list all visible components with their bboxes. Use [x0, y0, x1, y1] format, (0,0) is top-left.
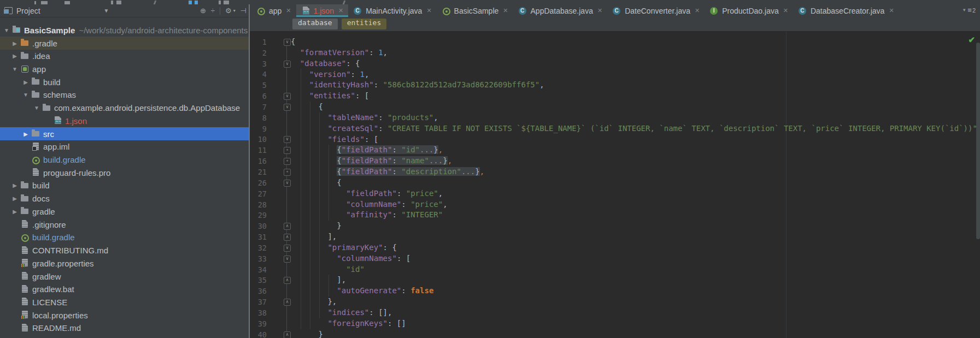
tab-productdao-java[interactable]: IProductDao.java✕	[705, 4, 793, 17]
chevron-collapsed-icon[interactable]: ▶	[20, 79, 31, 85]
tree-item-gradle[interactable]: ▶gradle	[0, 205, 249, 218]
collapse-all-icon[interactable]: ÷	[211, 7, 215, 15]
close-icon[interactable]: ✕	[597, 7, 602, 14]
fold-start-icon[interactable]: ∨	[284, 39, 291, 46]
line-number: 36	[250, 287, 267, 295]
tree-item-gradle-properties[interactable]: gradle.properties	[0, 257, 249, 270]
tree-item-build-gradle[interactable]: build.gradle	[0, 153, 249, 167]
chevron-collapsed-icon[interactable]: ▶	[9, 53, 20, 59]
chevron-collapsed-icon[interactable]: ▶	[9, 40, 20, 46]
hidden-tabs-button[interactable]: ▼ ≡ 2	[962, 6, 976, 14]
project-panel-header[interactable]: Project ▼ ⊕÷⚙▾⊣	[0, 4, 249, 17]
top-toolbar-fragment	[0, 0, 980, 4]
tree-item-proguard-rules-pro[interactable]: proguard-rules.pro	[0, 166, 249, 179]
tree-item-app-iml[interactable]: app.iml	[0, 140, 249, 153]
chevron-expanded-icon[interactable]: ▼	[31, 105, 42, 111]
fold-end-icon[interactable]: ∧	[284, 277, 291, 284]
tree-item-local-properties[interactable]: local.properties	[0, 309, 249, 322]
code-text: {	[291, 177, 980, 188]
fold-plus-icon[interactable]: +	[284, 158, 291, 165]
close-icon[interactable]: ✕	[426, 7, 431, 14]
chevron-collapsed-icon[interactable]: ▶	[9, 182, 20, 188]
chevron-expanded-icon[interactable]: ▼	[1, 27, 12, 33]
chevron-collapsed-icon[interactable]: ▶	[20, 131, 31, 137]
code-text: "database": {	[291, 58, 980, 69]
props-icon	[20, 311, 31, 319]
tree-item-label: docs	[32, 194, 50, 203]
line-number: 10	[250, 135, 267, 144]
close-icon[interactable]: ✕	[783, 7, 788, 14]
code-text: "formatVersion": 1,	[291, 48, 980, 58]
code-line: 27 "fieldPath": "price",	[250, 188, 980, 199]
fold-start-icon[interactable]: ∨	[284, 136, 291, 143]
line-number: 40	[250, 330, 267, 338]
close-icon[interactable]: ✕	[338, 7, 343, 14]
tree-item-build-gradle[interactable]: build.gradle	[0, 231, 249, 244]
tree-item--gradle[interactable]: ▶.gradle	[0, 37, 249, 50]
tab-mainactivity-java[interactable]: CMainActivity.java✕	[348, 4, 436, 17]
tree-item-app[interactable]: ▼app	[0, 63, 249, 76]
close-icon[interactable]: ✕	[503, 7, 508, 14]
close-icon[interactable]: ✕	[286, 7, 291, 14]
chevron-expanded-icon[interactable]: ▼	[9, 66, 20, 72]
tree-item-gradlew-bat[interactable]: gradlew.bat	[0, 283, 249, 296]
fold-plus-icon[interactable]: +	[284, 169, 291, 176]
fold-end-icon[interactable]: ∧	[284, 299, 291, 306]
close-icon[interactable]: ✕	[695, 7, 700, 14]
chevron-collapsed-icon[interactable]: ▶	[9, 195, 20, 201]
tree-item-build[interactable]: ▶build	[0, 179, 249, 192]
project-view-dropdown-icon[interactable]: ▼	[104, 8, 109, 14]
panel-splitter[interactable]	[249, 4, 250, 338]
chevron-collapsed-icon[interactable]: ▶	[9, 209, 20, 215]
tree-item-label: gradlew.bat	[32, 284, 74, 294]
project-tool-window-icon	[4, 7, 13, 14]
tree-item-1-json[interactable]: 1.json	[0, 115, 249, 128]
fold-start-icon[interactable]: ∨	[284, 93, 291, 100]
tree-item-build[interactable]: ▶build	[0, 75, 249, 88]
fold-end-icon[interactable]: ∧	[284, 234, 291, 241]
tree-item--gitignore[interactable]: .gitignore	[0, 218, 249, 231]
line-number: 7	[250, 103, 267, 111]
chevron-expanded-icon[interactable]: ▼	[20, 92, 31, 98]
locate-file-icon[interactable]: ⊕	[200, 7, 206, 15]
tree-item-settings-gradle[interactable]: settings.gradle	[0, 335, 249, 338]
tree-item-readme-md[interactable]: README.md	[0, 322, 249, 335]
tab-app[interactable]: app✕	[251, 4, 296, 17]
editor-scrollbar[interactable]	[976, 43, 980, 239]
tree-item-schemas[interactable]: ▼schemas	[0, 88, 249, 102]
breadcrumb-database[interactable]: database	[292, 19, 338, 29]
fold-start-icon[interactable]: ∨	[284, 61, 291, 68]
code-line: 34 "id"	[250, 264, 980, 275]
gradle-icon	[20, 233, 31, 242]
tree-item-com-example-android-persistence-db-appdatabase[interactable]: ▼com.example.android.persistence.db.AppD…	[0, 102, 249, 115]
hide-panel-icon[interactable]: ⊣	[240, 7, 247, 15]
tree-item-basicsample[interactable]: ▼BasicSample~/work/study/android-archite…	[0, 24, 249, 37]
fold-plus-icon[interactable]: +	[284, 147, 291, 154]
fold-start-icon[interactable]: ∨	[284, 104, 291, 111]
breadcrumb-entities[interactable]: entities	[342, 19, 387, 29]
tree-item-license[interactable]: LICENSE	[0, 296, 249, 309]
fold-end-icon[interactable]: ∧	[284, 223, 291, 230]
hamburger-icon: ≡	[967, 6, 972, 14]
tab-basicsample[interactable]: BasicSample✕	[437, 4, 513, 17]
line-number: 21	[250, 168, 267, 176]
tab-databasecreator-java[interactable]: CDatabaseCreator.java✕	[793, 4, 899, 17]
tree-item-label: .gradle	[32, 39, 57, 48]
tree-item-docs[interactable]: ▶docs	[0, 192, 249, 205]
fold-start-icon[interactable]: ∨	[284, 256, 291, 263]
tree-item-contributing-md[interactable]: CONTRIBUTING.md	[0, 244, 249, 257]
code-editor[interactable]: 1∨{2 "formatVersion": 1,3∨ "database": {…	[250, 31, 980, 338]
inspections-ok-icon[interactable]: ✔	[968, 35, 975, 45]
close-icon[interactable]: ✕	[889, 7, 894, 14]
ide-window: Project ▼ ⊕÷⚙▾⊣ ▼BasicSample~/work/study…	[0, 0, 980, 338]
settings-gear-icon[interactable]: ⚙	[225, 7, 232, 15]
fold-start-icon[interactable]: ∨	[284, 245, 291, 252]
fold-start-icon[interactable]: ∨	[284, 180, 291, 187]
tree-item-gradlew[interactable]: gradlew	[0, 270, 249, 283]
tab-1-json[interactable]: 1.json✕	[296, 4, 349, 17]
fold-end-icon[interactable]: ∧	[284, 331, 291, 338]
tab-dateconverter-java[interactable]: CDateConverter.java✕	[607, 4, 705, 17]
tree-item--idea[interactable]: ▶.idea	[0, 50, 249, 63]
tab-appdatabase-java[interactable]: CAppDatabase.java✕	[513, 4, 608, 17]
tree-item-src[interactable]: ▶src	[0, 127, 249, 140]
